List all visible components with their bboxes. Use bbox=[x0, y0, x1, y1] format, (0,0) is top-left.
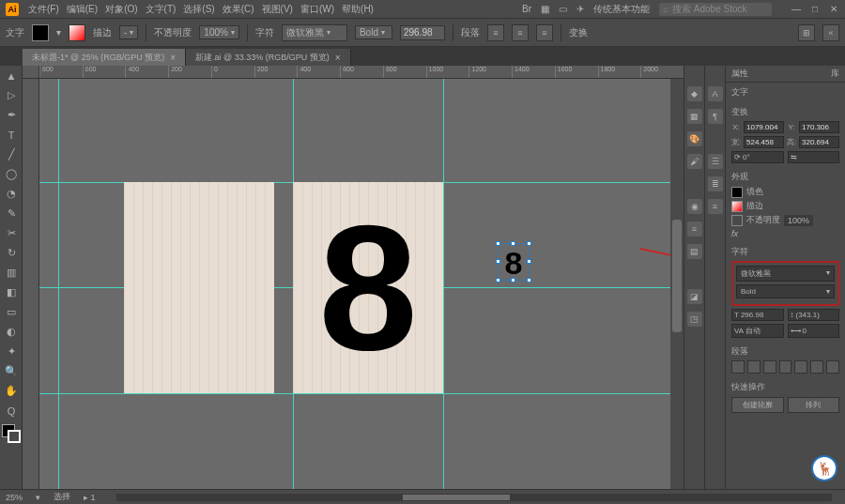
color-panel-icon[interactable]: ◆ bbox=[687, 86, 702, 101]
guide-vertical[interactable] bbox=[58, 79, 59, 489]
fill-dropdown-icon[interactable]: ▾ bbox=[56, 27, 61, 38]
artboard-2[interactable]: 8 bbox=[293, 182, 443, 393]
y-field[interactable]: 170.306 bbox=[799, 121, 839, 133]
leading-field[interactable]: ↕(343.1) bbox=[788, 309, 840, 321]
search-input[interactable]: ⌕ 搜索 Adobe Stock bbox=[659, 3, 772, 16]
ruler-horizontal[interactable]: 800 600 400 200 0 200 400 600 800 1000 1… bbox=[39, 66, 684, 79]
glyph-small-8[interactable]: 8 bbox=[499, 244, 529, 282]
selection-handle[interactable] bbox=[496, 278, 500, 283]
font-size-field[interactable]: T296.98 bbox=[731, 309, 784, 321]
arrange-button[interactable]: 排列 bbox=[788, 397, 840, 413]
selection-handle[interactable] bbox=[527, 259, 531, 264]
scale-tool[interactable]: ▥ bbox=[0, 263, 23, 283]
gradient-tool[interactable]: ◐ bbox=[0, 322, 23, 342]
para-justify-center[interactable] bbox=[794, 360, 807, 374]
artboard-1[interactable] bbox=[124, 182, 274, 393]
artboard-nav[interactable]: ▸ 1 bbox=[84, 493, 96, 502]
plane-icon[interactable]: ✈ bbox=[576, 4, 584, 14]
para-justify-right[interactable] bbox=[810, 360, 823, 374]
selection-handle[interactable] bbox=[511, 241, 515, 246]
stroke-swatch-none[interactable] bbox=[69, 24, 85, 41]
paragraph-panel-icon[interactable]: ¶ bbox=[708, 109, 723, 124]
eraser-tool[interactable]: ✂ bbox=[0, 223, 23, 243]
scrollbar-vertical[interactable] bbox=[670, 79, 684, 489]
align-left-button[interactable]: ≡ bbox=[487, 24, 504, 41]
stroke-weight-dropdown[interactable]: - bbox=[119, 25, 138, 39]
kerning-field[interactable]: VA自动 bbox=[731, 324, 784, 338]
selection-tool[interactable]: ▲ bbox=[0, 66, 23, 85]
tab-close-icon[interactable]: × bbox=[170, 53, 176, 63]
gradient-panel-icon[interactable]: ≡ bbox=[687, 221, 702, 237]
opacity-field[interactable]: 100% bbox=[784, 215, 813, 226]
ruler-vertical[interactable] bbox=[23, 79, 39, 489]
font-weight-dropdown[interactable]: Bold bbox=[355, 25, 392, 39]
hand-tool[interactable]: ✋ bbox=[0, 381, 23, 401]
document-tab-1[interactable]: 未标题-1* @ 25% (RGB/GPU 预览) × bbox=[23, 49, 186, 66]
transparency-panel-icon[interactable]: ▤ bbox=[687, 244, 702, 259]
canvas[interactable]: 8 8 bbox=[39, 79, 670, 489]
brushes-panel-icon[interactable]: 🎨 bbox=[687, 131, 702, 146]
align-center-button[interactable]: ≡ bbox=[512, 24, 529, 41]
document-tab-2[interactable]: 新建.ai @ 33.33% (RGB/GPU 预览) × bbox=[186, 49, 351, 66]
tracking-field[interactable]: ⟷0 bbox=[788, 324, 840, 338]
pathfinder-panel-icon[interactable]: ≣ bbox=[708, 176, 723, 191]
arrange-icon[interactable]: ▭ bbox=[559, 4, 567, 14]
create-outlines-button[interactable]: 创建轮廓 bbox=[731, 397, 784, 413]
zoom-level[interactable]: 25% bbox=[6, 493, 23, 502]
line-tool[interactable]: ╱ bbox=[0, 145, 23, 164]
layers-panel-icon[interactable]: ◳ bbox=[687, 312, 702, 327]
properties-tab[interactable]: 属性 bbox=[731, 68, 748, 80]
selection-handle[interactable] bbox=[527, 278, 531, 283]
zoom-tool[interactable]: 🔍 bbox=[0, 361, 23, 381]
ruler-origin[interactable] bbox=[23, 66, 39, 79]
flip-h-button[interactable]: ⇋ bbox=[788, 151, 840, 163]
font-size-field[interactable] bbox=[400, 25, 445, 40]
type-tool[interactable]: T bbox=[0, 125, 23, 145]
stroke-color-icon[interactable] bbox=[8, 430, 21, 443]
minimize-button[interactable]: — bbox=[791, 4, 802, 14]
fill-stroke-indicator[interactable] bbox=[2, 424, 21, 443]
shape-tool[interactable]: ◯ bbox=[0, 164, 23, 184]
menu-type[interactable]: 文字(T) bbox=[146, 3, 177, 16]
scrollbar-thumb[interactable] bbox=[403, 495, 510, 500]
font-family-dropdown[interactable]: 微软雅黑 bbox=[282, 24, 347, 41]
stroke-swatch-small[interactable] bbox=[731, 201, 743, 212]
para-align-center[interactable] bbox=[747, 360, 760, 374]
character-panel-icon[interactable]: A bbox=[708, 86, 723, 101]
rotate-field[interactable]: ⟳0° bbox=[731, 151, 784, 163]
menu-object[interactable]: 对象(O) bbox=[105, 3, 137, 16]
para-justify-left[interactable] bbox=[779, 360, 792, 374]
pen-tool[interactable]: ✒ bbox=[0, 105, 23, 125]
fill-swatch-small[interactable] bbox=[731, 187, 743, 198]
menu-effect[interactable]: 效果(C) bbox=[223, 3, 254, 16]
fill-swatch[interactable] bbox=[32, 24, 49, 41]
guide-horizontal[interactable] bbox=[39, 393, 670, 394]
guide-vertical[interactable] bbox=[443, 79, 444, 489]
menu-help[interactable]: 帮助(H) bbox=[342, 3, 374, 16]
fx-button[interactable]: fx bbox=[731, 229, 839, 238]
tab-close-icon[interactable]: × bbox=[335, 53, 341, 63]
doc-icon[interactable]: ▦ bbox=[541, 4, 549, 14]
glyph-big-8[interactable]: 8 bbox=[318, 212, 418, 364]
menu-select[interactable]: 选择(S) bbox=[183, 3, 214, 16]
scrollbar-thumb[interactable] bbox=[672, 220, 682, 332]
scrollbar-horizontal[interactable] bbox=[116, 494, 832, 501]
panel-menu-icon[interactable]: ⊞ bbox=[798, 24, 815, 41]
para-justify-all[interactable] bbox=[826, 360, 839, 374]
opacity-dropdown[interactable]: 100% bbox=[199, 25, 239, 39]
eyedropper-tool[interactable]: ✦ bbox=[0, 342, 23, 361]
align-right-button[interactable]: ≡ bbox=[536, 24, 553, 41]
para-align-right[interactable] bbox=[763, 360, 776, 374]
swatches-panel-icon[interactable]: ▦ bbox=[687, 109, 702, 124]
para-align-left[interactable] bbox=[731, 360, 745, 374]
symbols-panel-icon[interactable]: 🖌 bbox=[687, 154, 702, 169]
selection-handle[interactable] bbox=[496, 259, 500, 264]
libraries-tab[interactable]: 库 bbox=[831, 68, 839, 80]
selected-text-object[interactable]: 8 bbox=[498, 243, 530, 281]
menu-file[interactable]: 文件(F) bbox=[28, 3, 59, 16]
artboard-tool[interactable]: Q bbox=[0, 401, 23, 420]
w-field[interactable]: 524.458 bbox=[744, 136, 784, 148]
maximize-button[interactable]: □ bbox=[809, 4, 821, 14]
menu-edit[interactable]: 编辑(E) bbox=[67, 3, 98, 16]
appearance-panel-icon[interactable]: ◪ bbox=[687, 289, 702, 304]
